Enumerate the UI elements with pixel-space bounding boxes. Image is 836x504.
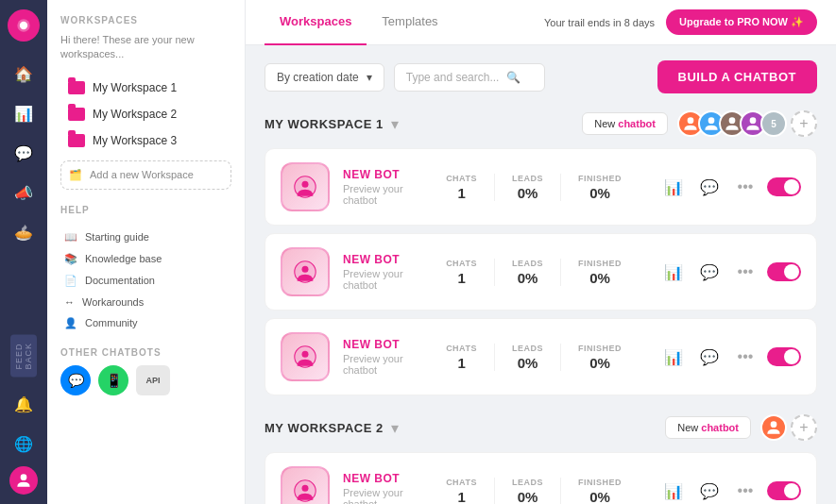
trial-notice: Your trail ends in 8 days [544, 17, 655, 28]
sidebar-item-workspace1[interactable]: My Workspace 1 [60, 76, 231, 100]
community-label: Community [85, 317, 138, 328]
upgrade-button[interactable]: Upgrade to PRO NOW ✨ [666, 9, 817, 35]
bot-actions: 📊 💬 ••• [659, 258, 801, 286]
bot-card: NEW BOT Preview your chatbot CHATS 1 LEA… [264, 318, 817, 395]
collapse-icon-ws2[interactable]: ▾ [391, 419, 399, 437]
workspace-section-1: MY WORKSPACE 1 ▾ New chatbot [264, 110, 817, 395]
app-logo[interactable] [8, 9, 40, 42]
help-section: 📖 Starting guide 📚 Knowledge base 📄 Docu… [60, 227, 231, 334]
new-chatbot-btn-ws1[interactable]: New chatbot [582, 112, 668, 135]
bot-desc: Preview your chatbot [343, 183, 416, 206]
analytics-icon[interactable]: 📊 [659, 343, 688, 371]
search-bar[interactable]: Type and search... 🔍 [394, 63, 545, 92]
chats-value: 1 [446, 270, 477, 286]
nav-analytics[interactable]: 📊 [7, 96, 41, 130]
bot-toggle[interactable] [767, 262, 801, 281]
help-documentation[interactable]: 📄 Documentation [60, 270, 231, 292]
tab-templates[interactable]: Templates [367, 0, 452, 45]
leads-label: LEADS [512, 174, 543, 183]
nav-bell[interactable]: 🔔 [7, 387, 41, 421]
chat-icon[interactable]: 💬 [695, 173, 724, 201]
help-community[interactable]: 👤 Community [60, 312, 231, 334]
svg-point-13 [771, 421, 777, 428]
help-knowledge-base[interactable]: 📚 Knowledge base [60, 248, 231, 270]
help-workarounds[interactable]: ↔️ Workarounds [60, 292, 231, 312]
main-content: Workspaces Templates Your trail ends in … [246, 0, 836, 504]
bot-desc: Preview your chatbot [343, 268, 416, 291]
new-chatbot-btn-ws2[interactable]: New chatbot [665, 416, 751, 439]
workarounds-label: Workarounds [82, 296, 144, 308]
more-options-icon[interactable]: ••• [731, 343, 759, 371]
whatsapp-button[interactable]: 📱 [98, 365, 128, 395]
avatar-ws2-1 [760, 414, 787, 441]
user-avatar[interactable] [9, 466, 38, 495]
sidebar-item-workspace3[interactable]: My Workspace 3 [60, 128, 231, 153]
bot-card: NEW BOT Preview your chatbot CHATS 1 LEA… [264, 233, 817, 311]
bot-toggle[interactable] [767, 177, 801, 196]
messenger-button[interactable]: 💬 [60, 365, 91, 395]
nav-home[interactable]: 🏠 [7, 57, 41, 91]
stat-finished: FINISHED 0% [561, 174, 639, 201]
api-button[interactable]: API [136, 365, 170, 395]
chatbot-channel-icons: 💬 📱 API [60, 365, 231, 395]
nav-campaigns[interactable]: 📣 [7, 176, 41, 210]
nav-globe[interactable]: 🌐 [7, 427, 41, 461]
sidebar-item-workspace2[interactable]: My Workspace 2 [60, 102, 231, 126]
nav-pie[interactable]: 🥧 [7, 215, 41, 249]
help-starting-guide[interactable]: 📖 Starting guide [60, 227, 231, 248]
bot-desc: Preview your chatbot [343, 353, 416, 376]
leads-label: LEADS [512, 478, 543, 487]
stat-finished: FINISHED 0% [561, 478, 639, 505]
stat-chats: CHATS 1 [429, 478, 495, 505]
more-options-icon[interactable]: ••• [731, 477, 759, 504]
workspaces-section-title: WORKSPACES [60, 15, 231, 25]
stat-chats: CHATS 1 [429, 344, 495, 371]
chats-value: 1 [446, 489, 477, 505]
folder-icon [68, 134, 85, 147]
avatar-count: 5 [760, 110, 787, 137]
build-chatbot-button[interactable]: BUILD A CHATBOT [657, 60, 817, 93]
leads-label: LEADS [512, 259, 543, 268]
more-options-icon[interactable]: ••• [731, 173, 759, 201]
sort-select[interactable]: By creation date ▾ [264, 63, 384, 92]
bot-toggle[interactable] [767, 481, 801, 500]
analytics-icon[interactable]: 📊 [659, 477, 688, 504]
analytics-icon[interactable]: 📊 [659, 258, 688, 286]
add-workspace-icon: 🗂️ [69, 169, 82, 181]
workspace2-label: My Workspace 2 [93, 108, 177, 121]
chat-icon[interactable]: 💬 [695, 258, 724, 286]
bot-name: NEW BOT [343, 168, 416, 181]
chats-value: 1 [446, 185, 477, 201]
top-nav: Workspaces Templates Your trail ends in … [246, 0, 836, 45]
bot-toggle[interactable] [767, 347, 801, 366]
community-icon: 👤 [64, 317, 77, 329]
chevron-down-icon: ▾ [367, 71, 372, 84]
add-member-button[interactable]: + [791, 110, 817, 137]
finished-label: FINISHED [578, 344, 622, 353]
bot-icon [281, 162, 330, 211]
add-member-button-ws2[interactable]: + [791, 414, 817, 441]
bot-card: NEW BOT Preview your chatbot CHATS 1 LEA… [264, 452, 817, 504]
more-options-icon[interactable]: ••• [731, 258, 759, 286]
workspace-section-2: MY WORKSPACE 2 ▾ New chatbot + [264, 414, 817, 504]
chat-icon[interactable]: 💬 [695, 477, 724, 504]
finished-label: FINISHED [578, 174, 622, 183]
help-section-title: HELP [60, 205, 231, 215]
bot-name: NEW BOT [343, 472, 416, 485]
bot-actions: 📊 💬 ••• [659, 343, 801, 371]
chat-icon[interactable]: 💬 [695, 343, 724, 371]
finished-value: 0% [578, 355, 622, 371]
bot-icon [281, 247, 330, 296]
folder-icon [68, 108, 85, 121]
analytics-icon[interactable]: 📊 [659, 173, 688, 201]
feedback-tag[interactable]: FEEDBACK [10, 335, 37, 378]
workspace1-header: MY WORKSPACE 1 ▾ New chatbot [264, 110, 817, 137]
workspace1-title: MY WORKSPACE 1 [264, 117, 384, 131]
bot-stats: CHATS 1 LEADS 0% FINISHED 0% [429, 174, 639, 201]
tab-workspaces[interactable]: Workspaces [264, 0, 367, 45]
add-workspace-button[interactable]: 🗂️ Add a new Workspace [60, 160, 231, 190]
bot-icon [281, 466, 330, 504]
collapse-icon-ws1[interactable]: ▾ [391, 115, 399, 133]
nav-chat[interactable]: 💬 [7, 136, 41, 170]
bot-stats: CHATS 1 LEADS 0% FINISHED 0% [429, 478, 639, 505]
